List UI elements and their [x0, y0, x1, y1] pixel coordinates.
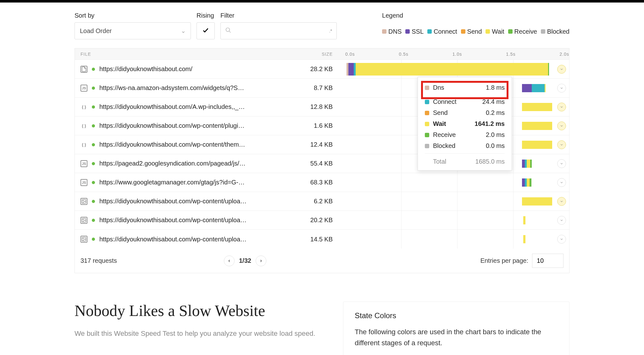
status-dot	[92, 87, 95, 90]
timing-segment-ssl	[522, 178, 525, 187]
col-file-header[interactable]: FILE	[75, 52, 251, 57]
tooltip-label: Receive	[433, 131, 456, 138]
timing-segment-wait	[545, 84, 546, 92]
sort-by-value: Load Order	[80, 27, 112, 35]
expand-row-button[interactable]	[557, 216, 566, 225]
expand-row-button[interactable]	[557, 159, 566, 168]
expand-row-button[interactable]	[557, 84, 566, 93]
entries-input[interactable]	[532, 254, 564, 268]
file-size: 20.2 KB	[251, 217, 345, 224]
waterfall-table: FILE SIZE 0.0s0.5s1.0s1.5s2.0s https://d…	[75, 48, 569, 273]
expand-row-button[interactable]	[557, 121, 566, 130]
timing-segment-receive	[530, 160, 532, 168]
file-url: https://didyouknowthisabout.com/wp-conte…	[99, 236, 247, 243]
file-size: 1.6 KB	[251, 122, 345, 129]
legend-item: Receive	[508, 28, 537, 35]
legend-text: Send	[467, 28, 482, 35]
js-file-icon: JS	[80, 85, 87, 92]
timeline-cell	[345, 192, 569, 211]
file-size: 28.2 KB	[251, 65, 345, 73]
table-row[interactable]: JShttps://ws-na.amazon-adsystem.com/widg…	[75, 79, 569, 98]
timing-segment-ssl	[522, 84, 532, 92]
legend-text: SSL	[412, 28, 424, 35]
expand-row-button[interactable]	[557, 140, 566, 149]
filter-input-wrap[interactable]: .*	[220, 22, 337, 39]
timeline-cell: Dns1.8 msConnect24.4 msSend0.2 msWait164…	[345, 79, 569, 97]
svg-point-7	[83, 238, 84, 239]
timing-segment-wait	[523, 216, 525, 224]
legend-text: Wait	[492, 28, 504, 35]
file-size: 6.2 KB	[251, 198, 345, 205]
tooltip-value: 0.2 ms	[486, 109, 505, 116]
next-page-button[interactable]	[256, 256, 266, 266]
page-intro-text: We built this Website Speed Test to help…	[75, 328, 324, 339]
state-colors-card: State Colors The following colors are us…	[343, 301, 569, 355]
tooltip-value: 1641.2 ms	[475, 120, 505, 127]
file-url: https://didyouknowthisabout.com/	[99, 65, 192, 73]
svg-line-1	[229, 31, 231, 32]
tick-label: 2.0s	[560, 52, 569, 57]
tooltip-row: Receive2.0 ms	[425, 129, 505, 140]
status-dot	[92, 219, 95, 222]
tooltip-row: Connect24.4 ms	[425, 96, 505, 107]
legend-item: Blocked	[541, 28, 569, 35]
legend-item: SSL	[405, 28, 424, 35]
tooltip-value: 1.8 ms	[486, 84, 505, 91]
expand-row-button[interactable]	[557, 103, 566, 111]
tooltip-swatch	[425, 100, 429, 104]
timing-segment-connect	[525, 178, 527, 187]
timeline-cell	[345, 230, 569, 249]
timing-segment-ssl	[522, 160, 525, 168]
legend-swatch	[405, 29, 410, 34]
table-row[interactable]: JShttps://www.googletagmanager.com/gtag/…	[75, 173, 569, 192]
filter-input[interactable]	[235, 28, 332, 34]
timing-segment-connect	[532, 84, 545, 92]
check-icon	[202, 27, 209, 35]
css-file-icon: { }	[80, 141, 87, 148]
expand-row-button[interactable]	[557, 197, 566, 206]
file-url: https://pagead2.googlesyndication.com/pa…	[99, 160, 247, 167]
tooltip-swatch	[425, 133, 429, 137]
expand-row-button[interactable]	[557, 65, 566, 74]
img-file-icon	[80, 217, 87, 224]
legend-item: Wait	[486, 28, 504, 35]
table-row[interactable]: https://didyouknowthisabout.com/28.2 KB	[75, 60, 569, 79]
file-url: https://ws-na.amazon-adsystem.com/widget…	[99, 84, 247, 92]
timing-segment-receive	[548, 63, 549, 76]
file-url: https://didyouknowthisabout.com/wp-conte…	[99, 122, 247, 129]
img-file-icon	[80, 236, 87, 243]
expand-row-button[interactable]	[557, 178, 566, 187]
file-url: https://didyouknowthisabout.com/wp-conte…	[99, 198, 247, 205]
state-colors-text: The following colors are used in the cha…	[355, 326, 558, 348]
legend-text: DNS	[388, 28, 402, 35]
sort-by-select[interactable]: Load Order	[75, 22, 191, 39]
chevron-down-icon	[181, 29, 186, 33]
table-row[interactable]: https://didyouknowthisabout.com/wp-conte…	[75, 230, 569, 249]
tick-label: 1.5s	[506, 52, 515, 57]
entries-label: Entries per page:	[480, 257, 528, 264]
file-size: 55.4 KB	[251, 160, 345, 167]
table-row[interactable]: https://didyouknowthisabout.com/wp-conte…	[75, 211, 569, 230]
timing-bar	[522, 122, 552, 130]
table-row[interactable]: https://didyouknowthisabout.com/wp-conte…	[75, 192, 569, 211]
timing-segment-wait	[527, 160, 530, 168]
prev-page-button[interactable]	[224, 256, 235, 266]
timing-segment-dns	[347, 63, 349, 76]
file-size: 68.3 KB	[251, 179, 345, 186]
rising-toggle[interactable]	[197, 22, 215, 39]
css-file-icon: { }	[80, 122, 87, 129]
js-file-icon: JS	[80, 160, 87, 167]
tooltip-label: Connect	[433, 98, 457, 105]
timing-segment-wait	[523, 235, 525, 243]
sort-by-label: Sort by	[75, 12, 191, 19]
expand-row-button[interactable]	[557, 235, 566, 244]
legend-text: Blocked	[547, 28, 569, 35]
tooltip-value: 2.0 ms	[486, 131, 505, 138]
legend-item: DNS	[382, 28, 402, 35]
timing-bar	[522, 197, 552, 206]
col-size-header[interactable]: SIZE	[251, 52, 345, 57]
legend-swatch	[461, 29, 465, 34]
status-dot	[92, 68, 95, 71]
tooltip-label: Dns	[433, 84, 444, 91]
timing-segment-wait	[522, 103, 552, 111]
